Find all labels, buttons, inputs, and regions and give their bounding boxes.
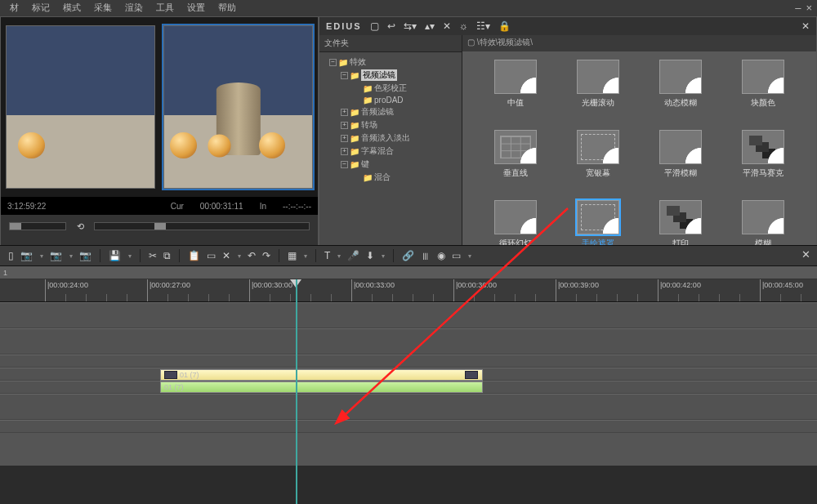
main-menu-bar: 材 标记 模式 采集 渲染 工具 设置 帮助 – × xyxy=(0,0,817,16)
effect-item-7[interactable]: S平滑马赛克 xyxy=(724,130,801,195)
effect-item-4[interactable]: S垂直线 xyxy=(477,130,555,195)
audio-clip[interactable]: 01 (7) xyxy=(160,381,483,393)
lock-icon[interactable]: 🔒 xyxy=(498,20,511,32)
cam3-icon[interactable]: 📷 xyxy=(79,250,92,261)
preview-thumb-a[interactable] xyxy=(6,25,155,189)
tree-effects-root[interactable]: −📁特效 xyxy=(321,56,460,69)
effect-item-1[interactable]: 光栅滚动 xyxy=(560,60,637,125)
undo-icon[interactable]: ↶ xyxy=(248,250,256,261)
menu-settings[interactable]: 设置 xyxy=(181,0,212,16)
delete-icon[interactable]: ✕ xyxy=(443,20,451,32)
timeline-ruler[interactable]: |00:00:24:00|00:00:27:00|00:00:30:00|00:… xyxy=(0,279,817,302)
cut-icon[interactable]: ✂ xyxy=(149,250,157,261)
effect-thumb-icon: S xyxy=(659,200,702,234)
tree-transition[interactable]: +📁转场 xyxy=(321,118,460,132)
left-timecode: 3:12:59:22 xyxy=(7,202,46,211)
minimize-icon[interactable]: – xyxy=(795,2,801,14)
timeline-tracks[interactable]: 01 (7) 01 (7) xyxy=(0,302,817,466)
redo-icon[interactable]: ↷ xyxy=(262,250,270,261)
tree-color-correct[interactable]: 📁色彩校正 xyxy=(321,82,460,95)
menu-help[interactable]: 帮助 xyxy=(212,0,243,16)
playhead-line[interactable] xyxy=(296,279,297,504)
menu-capture[interactable]: 采集 xyxy=(87,0,118,16)
copy-icon[interactable]: ⧉ xyxy=(163,250,171,261)
tree-blend[interactable]: 📁混合 xyxy=(321,171,460,184)
menu-marker[interactable]: 标记 xyxy=(25,0,56,16)
ruler-tick xyxy=(760,279,761,301)
ruler-label: |00:00:27:00 xyxy=(150,281,190,289)
effect-thumb-icon: Blur xyxy=(742,200,784,234)
menu-render[interactable]: 渲染 xyxy=(118,0,150,16)
clip-thumb-icon xyxy=(164,371,177,379)
new-folder-icon[interactable]: ▢ xyxy=(370,20,379,32)
mixer-icon[interactable]: ⫼ xyxy=(421,250,431,261)
scrubber-b[interactable] xyxy=(94,222,310,230)
menu-material[interactable]: 材 xyxy=(3,0,25,16)
cam2-icon[interactable]: 📷 xyxy=(50,250,62,261)
list-icon[interactable]: ☷▾ xyxy=(476,20,490,32)
paste-icon[interactable]: 📋 xyxy=(188,250,200,261)
effect-name-label: 平滑马赛克 xyxy=(743,167,784,179)
tree-toggle-icon[interactable]: ⇆▾ xyxy=(404,20,417,32)
ruler-label: |00:00:24:00 xyxy=(47,281,88,289)
cursor-time: 00:00:31:11 xyxy=(200,202,243,211)
timecode-bar: 3:12:59:22 Cur 00:00:31:11 In --:--:--:-… xyxy=(1,197,318,215)
ruler-label: |00:00:36:00 xyxy=(456,281,497,289)
export-icon[interactable]: ⬇ xyxy=(366,250,374,261)
tree-audio-fade[interactable]: +📁音频淡入淡出 xyxy=(321,132,460,145)
effect-thumb-icon: Hi xyxy=(659,130,702,164)
tree-key[interactable]: −📁键 xyxy=(321,158,460,171)
effect-item-2[interactable]: 动态模糊 xyxy=(642,60,720,125)
voice-icon[interactable]: 🎤 xyxy=(347,250,359,261)
ruler-tick xyxy=(45,279,46,301)
split-icon[interactable]: ✕ xyxy=(222,250,230,261)
layout-icon[interactable]: ▭ xyxy=(452,250,461,261)
new-seq-icon[interactable]: ▯ xyxy=(8,250,14,261)
effect-item-0[interactable]: 中值 xyxy=(477,60,555,125)
ruler-tick xyxy=(556,279,556,301)
effect-item-3[interactable]: 块颜色 xyxy=(724,60,801,125)
ruler-label: |00:00:45:00 xyxy=(762,281,803,289)
menu-tools[interactable]: 工具 xyxy=(150,0,181,16)
cam1-icon[interactable]: 📷 xyxy=(20,250,33,261)
effect-name-label: 平滑模糊 xyxy=(664,167,697,179)
close-icon[interactable]: × xyxy=(806,2,812,14)
timeline-close-icon[interactable]: ✕ xyxy=(801,248,810,261)
loop-icon[interactable]: ⟲ xyxy=(73,219,87,234)
effect-item-6[interactable]: Hi平滑模糊 xyxy=(642,130,720,195)
title-icon[interactable]: T xyxy=(324,250,330,261)
render-icon[interactable]: ▦ xyxy=(288,250,297,261)
save-icon[interactable]: 💾 xyxy=(109,250,121,261)
tree-prodad[interactable]: 📁proDAD xyxy=(321,95,460,105)
sequence-tab-row[interactable]: 1 xyxy=(0,266,817,279)
ruler-label: |00:00:30:00 xyxy=(252,281,292,289)
effect-thumb-icon xyxy=(494,200,537,234)
view-icon[interactable]: ☼ xyxy=(459,20,468,32)
video-clip-label: 01 (7) xyxy=(180,371,199,379)
effect-thumb-icon: S xyxy=(494,130,537,164)
tree-subtitle-mix[interactable]: +📁字幕混合 xyxy=(321,145,460,158)
effect-thumb-icon xyxy=(494,60,537,94)
source-monitor-panel: 3:12:59:22 Cur 00:00:31:11 In --:--:--:-… xyxy=(0,16,319,245)
menu-mode[interactable]: 模式 xyxy=(56,0,87,16)
effect-thumb-icon xyxy=(659,60,702,94)
effect-name-label: 垂直线 xyxy=(503,167,528,179)
ruler-label: |00:00:33:00 xyxy=(354,281,395,289)
panel-close-icon[interactable]: ✕ xyxy=(801,20,810,32)
back-icon[interactable]: ↩ xyxy=(387,20,395,32)
effect-item-5[interactable]: S宽银幕 xyxy=(560,130,637,195)
scope-icon[interactable]: ◉ xyxy=(437,250,445,261)
edius-title: EDIUS xyxy=(326,21,362,31)
tree-video-filter[interactable]: −📁视频滤镜 xyxy=(321,69,460,82)
preview-thumb-b[interactable] xyxy=(163,25,313,189)
video-clip[interactable]: 01 (7) xyxy=(160,369,483,381)
ripple-icon[interactable]: ▭ xyxy=(207,250,216,261)
link-icon[interactable]: 🔗 xyxy=(402,250,414,261)
tree-audio-filter[interactable]: +📁音频滤镜 xyxy=(321,105,460,118)
scrubber-a[interactable] xyxy=(9,222,66,230)
tree-header: 文件夹 xyxy=(319,35,462,52)
up-icon[interactable]: ▴▾ xyxy=(425,20,435,32)
in-time: --:--:--:-- xyxy=(283,202,311,211)
sequence-tab-label: 1 xyxy=(3,269,7,277)
ruler-label: |00:00:42:00 xyxy=(660,281,701,289)
